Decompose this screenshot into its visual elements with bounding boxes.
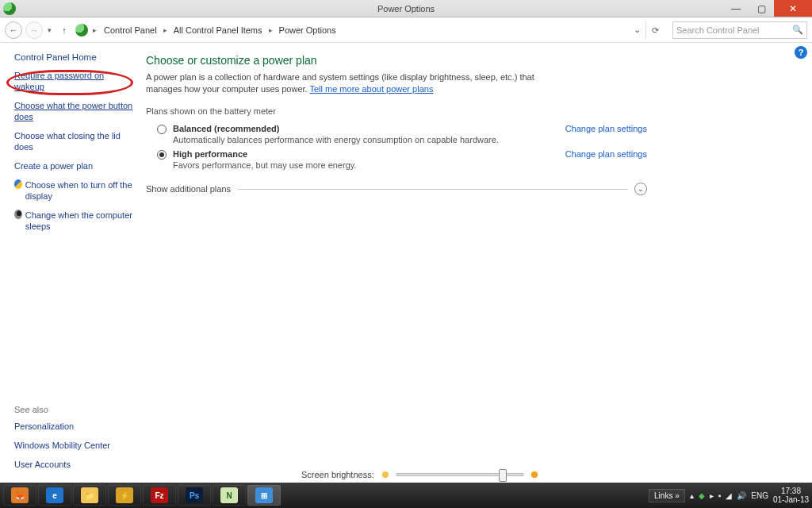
brightness-control: Screen brightness: bbox=[301, 470, 539, 479]
maximize-button[interactable]: ▢ bbox=[749, 0, 774, 17]
tray-chevron-icon[interactable]: ▴ bbox=[690, 491, 694, 500]
chevron-right-icon: ▸ bbox=[266, 25, 275, 36]
breadcrumb-root-chevron[interactable]: ▸ bbox=[91, 26, 98, 34]
links-label: Links bbox=[654, 491, 672, 500]
radio-high-performance[interactable] bbox=[157, 150, 167, 160]
see-also-personalization[interactable]: Personalization bbox=[14, 421, 141, 432]
plan-name: Balanced (recommended) bbox=[173, 124, 550, 133]
plan-desc: Favors performance, but may use more ene… bbox=[173, 160, 550, 170]
plans-header: Plans shown on the battery meter bbox=[146, 106, 647, 116]
taskbar-firefox[interactable]: 🦊 bbox=[3, 485, 36, 506]
forward-button[interactable]: → bbox=[25, 21, 43, 39]
app-icon bbox=[3, 2, 16, 15]
show-additional-plans[interactable]: Show additional plans ⌄ bbox=[146, 183, 647, 195]
search-input[interactable]: Search Control Panel 🔍 bbox=[672, 21, 807, 39]
chevron-down-icon: ⌄ bbox=[634, 183, 647, 195]
taskbar-winamp[interactable]: ⚡ bbox=[108, 485, 141, 506]
plan-desc: Automatically balances performance with … bbox=[173, 135, 550, 144]
tray-network-icon[interactable]: ◢ bbox=[726, 491, 732, 500]
taskbar-photoshop[interactable]: Ps bbox=[178, 485, 211, 506]
plan-high-performance[interactable]: High performance Favors performance, but… bbox=[146, 146, 647, 171]
sidebar-link-password[interactable]: Require a password on wakeup bbox=[14, 70, 135, 92]
sidebar-link-sleep[interactable]: Change when the computer sleeps bbox=[25, 210, 135, 232]
brightness-low-icon bbox=[381, 470, 390, 479]
expander-line bbox=[237, 189, 628, 190]
tray-clock[interactable]: 17:38 01-Jan-13 bbox=[773, 487, 809, 504]
brightness-high-icon bbox=[530, 470, 539, 479]
see-also-mobility[interactable]: Windows Mobility Center bbox=[14, 440, 141, 451]
slider-thumb[interactable] bbox=[499, 469, 507, 482]
clock-date: 01-Jan-13 bbox=[773, 495, 809, 504]
links-toolbar[interactable]: Links » bbox=[649, 489, 685, 502]
moon-icon bbox=[14, 210, 22, 219]
sidebar-home[interactable]: Control Panel Home bbox=[14, 52, 135, 62]
search-placeholder: Search Control Panel bbox=[676, 25, 760, 35]
close-button[interactable]: ✕ bbox=[774, 0, 812, 17]
sidebar: Control Panel Home Require a password on… bbox=[0, 43, 143, 483]
up-button[interactable]: ↑ bbox=[56, 25, 72, 35]
taskbar-explorer[interactable]: 📁 bbox=[73, 485, 106, 506]
tray-shield-icon[interactable]: ◆ bbox=[699, 491, 705, 500]
brightness-label: Screen brightness: bbox=[301, 470, 374, 479]
tray-battery-icon[interactable]: ▪ bbox=[718, 491, 722, 500]
sidebar-link-display-off[interactable]: Choose when to turn off the display bbox=[25, 179, 135, 202]
change-plan-settings-link[interactable]: Change plan settings bbox=[565, 149, 647, 159]
see-also-header: See also bbox=[14, 405, 141, 414]
learn-more-link[interactable]: Tell me more about power plans bbox=[309, 84, 433, 94]
sidebar-link-power-button[interactable]: Choose what the power button does bbox=[14, 100, 135, 122]
location-icon bbox=[75, 24, 88, 37]
expander-label: Show additional plans bbox=[146, 184, 231, 194]
sidebar-link-lid[interactable]: Choose what closing the lid does bbox=[14, 130, 135, 152]
back-button[interactable]: ← bbox=[5, 21, 22, 39]
radio-balanced[interactable] bbox=[157, 125, 167, 134]
breadcrumb-root[interactable]: Control Panel bbox=[102, 24, 159, 37]
see-also-user-accounts[interactable]: User Accounts bbox=[14, 459, 141, 470]
tray-volume-icon[interactable]: 🔊 bbox=[737, 491, 746, 500]
main-content: Choose or customize a power plan A power… bbox=[143, 43, 666, 483]
chevron-right-icon: ▸ bbox=[161, 25, 170, 36]
breadcrumb-mid[interactable]: All Control Panel Items bbox=[171, 24, 265, 37]
history-dropdown[interactable]: ▾ bbox=[46, 26, 53, 34]
shield-icon bbox=[14, 179, 22, 189]
change-plan-settings-link[interactable]: Change plan settings bbox=[565, 124, 647, 133]
taskbar-notepadpp[interactable]: N bbox=[213, 485, 246, 506]
sidebar-link-create-plan[interactable]: Create a power plan bbox=[14, 160, 135, 171]
system-tray: Links » ▴ ◆ ▸ ▪ ◢ 🔊 ENG 17:38 01-Jan-13 bbox=[649, 487, 809, 504]
clock-time: 17:38 bbox=[773, 487, 809, 495]
page-description: A power plan is a collection of hardware… bbox=[146, 71, 558, 95]
refresh-button[interactable]: ⟳ bbox=[645, 21, 665, 39]
taskbar-filezilla[interactable]: Fz bbox=[143, 485, 176, 506]
navbar: ← → ▾ ↑ ▸ Control Panel ▸ All Control Pa… bbox=[0, 17, 812, 43]
brightness-slider[interactable] bbox=[396, 473, 523, 476]
window-title: Power Options bbox=[0, 4, 812, 13]
taskbar: 🦊 e 📁 ⚡ Fz Ps N ⊞ Links » ▴ ◆ ▸ ▪ ◢ 🔊 EN… bbox=[0, 483, 812, 508]
search-icon: 🔍 bbox=[792, 25, 803, 35]
breadcrumb-leaf[interactable]: Power Options bbox=[277, 24, 339, 37]
tray-language[interactable]: ENG bbox=[751, 491, 768, 500]
taskbar-controlpanel[interactable]: ⊞ bbox=[247, 485, 281, 506]
plan-name: High performance bbox=[173, 149, 550, 159]
breadcrumb: Control Panel ▸ All Control Panel Items … bbox=[102, 24, 628, 37]
minimize-button[interactable]: — bbox=[723, 0, 749, 17]
taskbar-ie[interactable]: e bbox=[38, 485, 71, 506]
window-titlebar: Power Options — ▢ ✕ bbox=[0, 0, 812, 17]
address-dropdown[interactable]: ⌄ bbox=[631, 25, 642, 35]
tray-flag-icon[interactable]: ▸ bbox=[710, 491, 714, 500]
see-also: See also Personalization Windows Mobilit… bbox=[14, 405, 141, 478]
plan-balanced[interactable]: Balanced (recommended) Automatically bal… bbox=[146, 121, 647, 146]
page-heading: Choose or customize a power plan bbox=[146, 54, 647, 67]
